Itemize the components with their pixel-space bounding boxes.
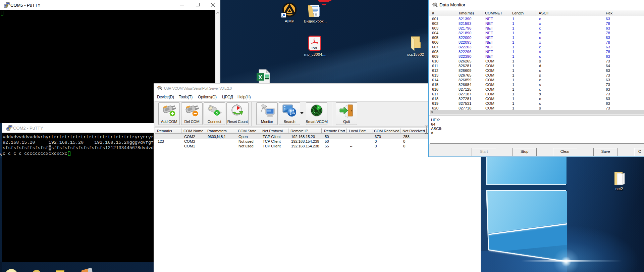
svg-text:X: X — [258, 74, 262, 81]
svg-text:PDF: PDF — [312, 46, 318, 49]
